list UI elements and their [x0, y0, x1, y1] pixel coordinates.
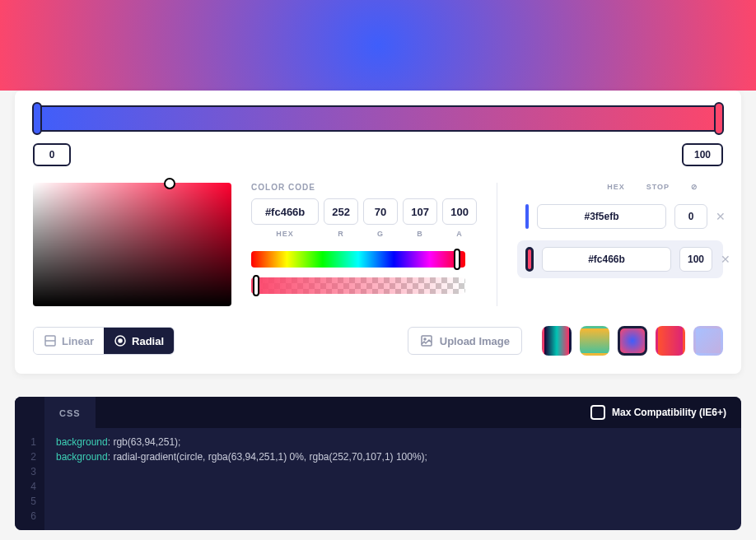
svg-point-5: [424, 338, 426, 340]
alpha-slider[interactable]: [251, 277, 465, 294]
preset-4[interactable]: [693, 326, 723, 356]
preset-row: [542, 326, 723, 356]
image-icon: [420, 334, 433, 347]
gradient-handle-0[interactable]: [32, 102, 42, 135]
stop-hex-input-0[interactable]: [537, 204, 666, 229]
line-gutter: 123456: [15, 428, 44, 530]
g-sublabel: G: [363, 230, 398, 238]
gradient-handle-1[interactable]: [714, 102, 724, 135]
alpha-handle[interactable]: [253, 275, 259, 296]
radial-label: Radial: [132, 335, 164, 347]
b-sublabel: B: [403, 230, 437, 238]
b-input[interactable]: [403, 198, 437, 225]
stops-delete-header: ⊘: [691, 183, 698, 191]
preset-3[interactable]: [656, 326, 685, 356]
preset-2[interactable]: [618, 326, 647, 356]
stops-hex-header: HEX: [607, 183, 625, 191]
stop-swatch-0[interactable]: [525, 204, 529, 229]
close-icon: ✕: [716, 210, 726, 223]
stop-pos-input-0[interactable]: [674, 204, 707, 229]
delete-stop-1-button[interactable]: ✕: [721, 252, 730, 267]
linear-label: Linear: [62, 335, 94, 347]
code-output: CSS Max Compatibility (IE6+) 123456 back…: [15, 397, 741, 530]
preset-0[interactable]: [542, 326, 572, 356]
upload-image-button[interactable]: Upload Image: [408, 327, 522, 355]
close-icon: ✕: [721, 253, 730, 266]
r-input[interactable]: [324, 198, 358, 225]
linear-button[interactable]: Linear: [34, 328, 104, 354]
radial-button[interactable]: Radial: [104, 328, 174, 354]
stop-hex-input-1[interactable]: [542, 247, 671, 272]
code-lines[interactable]: background: rgb(63,94,251); background: …: [44, 428, 439, 530]
compat-label: Max Compatibility (IE6+): [612, 407, 726, 418]
stop-position-right-input[interactable]: [682, 143, 723, 166]
hex-input[interactable]: [251, 198, 319, 225]
g-input[interactable]: [363, 198, 398, 225]
sv-cursor[interactable]: [164, 178, 175, 189]
css-tab[interactable]: CSS: [44, 397, 96, 428]
stops-stop-header: STOP: [646, 183, 670, 191]
radial-icon: [114, 334, 127, 347]
gradient-slider[interactable]: [33, 105, 723, 132]
stop-row-0[interactable]: ✕: [517, 198, 723, 235]
hue-handle[interactable]: [454, 249, 460, 270]
color-code-label: COLOR CODE: [251, 183, 477, 192]
a-input[interactable]: [442, 198, 477, 225]
hue-slider[interactable]: [251, 251, 465, 268]
editor-card: COLOR CODE HEX R G B A: [15, 91, 741, 374]
stop-position-left-input[interactable]: [33, 143, 71, 166]
max-compat-toggle[interactable]: Max Compatibility (IE6+): [590, 405, 726, 420]
gradient-preview: [0, 0, 756, 91]
delete-stop-0-button[interactable]: ✕: [716, 209, 726, 224]
upload-label: Upload Image: [440, 335, 510, 347]
saturation-value-picker[interactable]: [33, 183, 231, 306]
stop-swatch-1[interactable]: [525, 247, 534, 272]
gradient-type-toggle: Linear Radial: [33, 327, 175, 355]
preset-1[interactable]: [580, 326, 609, 356]
linear-icon: [44, 334, 57, 347]
a-sublabel: A: [442, 230, 477, 238]
checkbox-icon: [590, 405, 605, 420]
stop-pos-input-1[interactable]: [679, 247, 712, 272]
hex-sublabel: HEX: [251, 230, 319, 238]
svg-point-3: [119, 339, 122, 342]
r-sublabel: R: [324, 230, 358, 238]
stop-row-1[interactable]: ✕: [517, 240, 723, 278]
